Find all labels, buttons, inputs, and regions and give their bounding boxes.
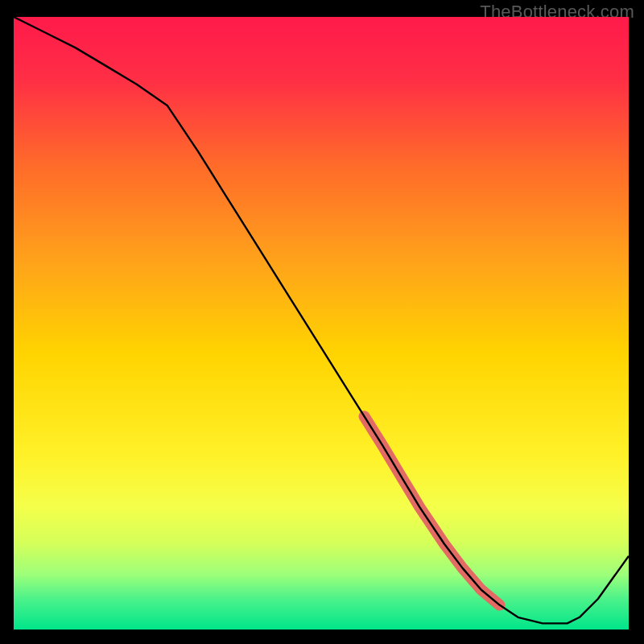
- chart-svg: [14, 17, 629, 630]
- plot-area: [14, 17, 629, 630]
- gradient-background: [14, 17, 629, 630]
- chart-container: TheBottleneck.com: [0, 0, 644, 644]
